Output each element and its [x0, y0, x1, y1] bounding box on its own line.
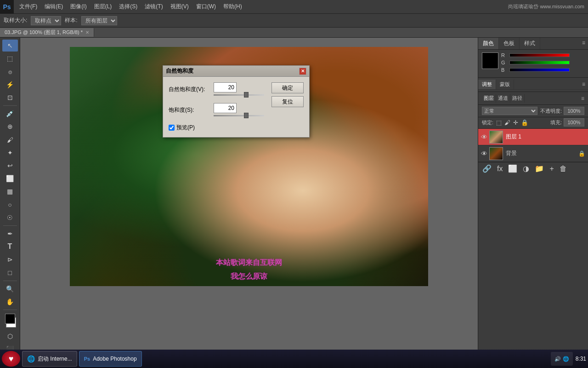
tool-gradient[interactable]: ▦	[2, 185, 18, 197]
dialog-close-button[interactable]: ✕	[299, 68, 306, 75]
lock-transparency-icon[interactable]: ⬚	[496, 119, 502, 126]
tool-crop[interactable]: ⊡	[2, 92, 18, 104]
document-tab[interactable]: 03.JPG @ 100% (图层 1, RGB/8) * ✕	[0, 28, 94, 37]
tool-pen[interactable]: ✒	[2, 228, 18, 240]
color-swatch[interactable]	[482, 52, 498, 69]
tool-quick-mask[interactable]: ⬡	[2, 330, 18, 342]
menu-select[interactable]: 选择(S)	[115, 1, 141, 12]
layer-group-button[interactable]: 📁	[533, 164, 545, 173]
menu-image[interactable]: 图像(I)	[67, 1, 90, 12]
fill-input[interactable]	[564, 118, 584, 126]
tool-eraser[interactable]: ⬜	[2, 172, 18, 184]
channel-g-row: G	[501, 60, 584, 65]
layer-fx-button[interactable]: fx	[496, 165, 504, 173]
preview-checkbox[interactable]	[169, 125, 175, 131]
layers-top-bar: 图层 通道 路径 ≡	[478, 92, 588, 105]
vibrance-input[interactable]	[214, 82, 237, 92]
tab-layers[interactable]: 图层	[482, 94, 496, 103]
tool-dodge[interactable]: ☉	[2, 212, 18, 224]
saturation-slider[interactable]	[214, 115, 264, 116]
tab-close-button[interactable]: ✕	[85, 30, 89, 35]
layer-adjustment-button[interactable]: ◑	[521, 164, 531, 173]
layer-new-button[interactable]: +	[548, 165, 555, 173]
taskbar-right: 🔊 🌐 8:31	[551, 352, 586, 366]
preview-row: 预览(P)	[169, 124, 264, 132]
tab-swatches[interactable]: 色板	[499, 38, 520, 49]
saturation-slider-thumb[interactable]	[244, 113, 249, 118]
tab-masks[interactable]: 蒙版	[496, 80, 514, 89]
color-section: R G B	[478, 50, 588, 78]
tool-colors	[2, 314, 18, 324]
layer-link-button[interactable]: 🔗	[481, 164, 493, 173]
tool-separator-2	[3, 225, 17, 226]
tool-brush[interactable]: 🖌	[2, 133, 18, 145]
canvas-area: 本站歌词来自互联网 我怎么原谅 自然饱和度 ✕ 自然饱和度(V):	[20, 38, 478, 355]
menu-window[interactable]: 窗口(W)	[192, 1, 220, 12]
lock-position-icon[interactable]: ✛	[513, 119, 518, 126]
tool-text[interactable]: T	[2, 241, 18, 253]
saturation-input[interactable]	[214, 103, 237, 113]
tool-magic-wand[interactable]: ⚡	[2, 79, 18, 91]
tab-adjustments[interactable]: 调整	[478, 80, 496, 89]
layers-lock-row: 锁定: ⬚ 🖌 ✛ 🔒 填充:	[478, 117, 588, 129]
vibrance-dialog[interactable]: 自然饱和度 ✕ 自然饱和度(V):	[163, 65, 310, 138]
channel-b-label: B	[501, 67, 508, 73]
tool-blur[interactable]: ○	[2, 199, 18, 211]
lock-pixels-icon[interactable]: 🖌	[504, 119, 510, 126]
menu-layer[interactable]: 图层(L)	[90, 1, 116, 12]
layer-1-visibility-icon[interactable]: 👁	[481, 133, 487, 141]
tool-separator-3	[3, 281, 17, 281]
vibrance-slider-thumb[interactable]	[244, 92, 249, 98]
tool-lasso[interactable]: ⌾	[2, 65, 18, 77]
tool-zoom[interactable]: 🔍	[2, 283, 18, 295]
menu-edit[interactable]: 编辑(E)	[41, 1, 67, 12]
layer-mask-button[interactable]: ⬜	[507, 164, 519, 173]
channel-r-slider[interactable]	[509, 53, 570, 57]
tab-paths[interactable]: 路径	[510, 94, 525, 103]
layers-bottom-bar: 🔗 fx ⬜ ◑ 📁 + 🗑	[478, 162, 588, 175]
panel-options-icon[interactable]: ≡	[579, 38, 588, 49]
layer-row-1[interactable]: 👁 图层 1	[478, 129, 588, 145]
menu-help[interactable]: 帮助(H)	[220, 1, 246, 12]
menu-filter[interactable]: 滤镜(T)	[141, 1, 166, 12]
tab-styles[interactable]: 样式	[520, 38, 540, 49]
menu-file[interactable]: 文件(F)	[16, 1, 41, 12]
tool-history-brush[interactable]: ↩	[2, 160, 18, 172]
start-button[interactable]: ♥	[2, 351, 20, 367]
system-tray: 🔊 🌐	[551, 352, 573, 366]
tool-path-select[interactable]: ⊳	[2, 253, 18, 265]
tool-move[interactable]: ↖	[2, 40, 18, 52]
tool-eyedropper[interactable]: 💉	[2, 108, 18, 120]
preview-label: 预览(P)	[176, 124, 195, 132]
layer-bg-visibility-icon[interactable]: 👁	[481, 150, 487, 157]
dialog-reset-button[interactable]: 复位	[271, 96, 304, 107]
dialog-ok-button[interactable]: 确定	[271, 82, 304, 93]
lock-all-icon[interactable]: 🔒	[521, 119, 528, 126]
tool-hand[interactable]: ✋	[2, 296, 18, 308]
channel-r-row: R	[501, 52, 584, 58]
sample-from-select[interactable]: 所有图层	[81, 16, 117, 25]
layer-delete-button[interactable]: 🗑	[558, 165, 568, 173]
sample-size-select[interactable]: 取样点	[31, 16, 61, 25]
channel-g-slider[interactable]	[509, 61, 570, 64]
dialog-titlebar[interactable]: 自然饱和度 ✕	[163, 66, 309, 77]
tool-marquee[interactable]: ⬚	[2, 52, 18, 64]
blend-mode-select[interactable]: 正常	[482, 107, 537, 115]
tool-clone[interactable]: ✦	[2, 147, 18, 159]
taskbar-photoshop-item[interactable]: Ps Adobe Photoshop	[79, 351, 142, 367]
adjust-options-icon[interactable]: ≡	[579, 80, 588, 89]
ps-logo: Ps	[0, 0, 14, 14]
opacity-label: 不透明度:	[540, 108, 562, 115]
opacity-input[interactable]	[564, 107, 584, 115]
taskbar-internet-item[interactable]: 🌐 启动 Interne...	[22, 351, 77, 367]
tool-heal[interactable]: ⊕	[2, 121, 18, 132]
layers-options-icon[interactable]: ≡	[581, 95, 584, 102]
foreground-color-swatch[interactable]	[5, 314, 15, 324]
layer-row-bg[interactable]: 👁 背景 🔒	[478, 145, 588, 162]
tab-color[interactable]: 颜色	[478, 38, 499, 49]
vibrance-slider[interactable]	[214, 94, 264, 96]
menu-view[interactable]: 视图(V)	[167, 1, 192, 12]
tool-shape[interactable]: □	[2, 267, 18, 279]
channel-b-slider[interactable]	[509, 68, 570, 72]
tab-channels[interactable]: 通道	[496, 94, 510, 103]
